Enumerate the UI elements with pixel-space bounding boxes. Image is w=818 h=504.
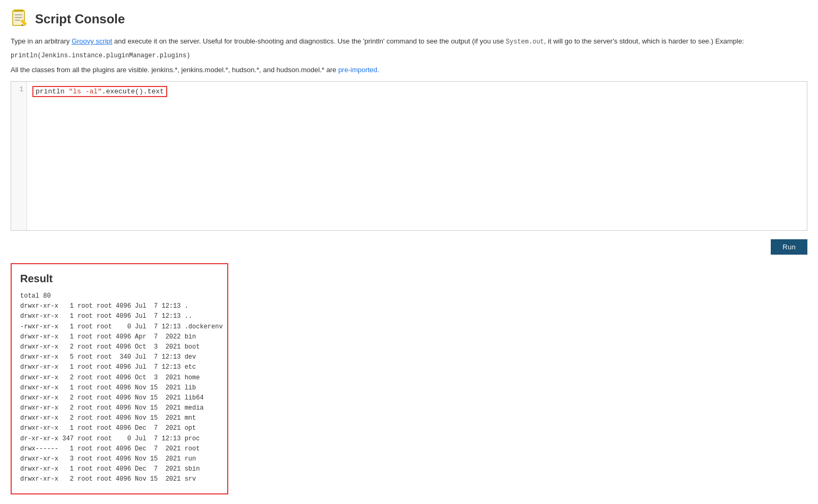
groovy-script-link[interactable]: Groovy script <box>72 37 113 45</box>
code-area[interactable]: println "ls -al".execute().text <box>27 82 807 230</box>
result-output: total 80 drwxr-xr-x 1 root root 4096 Jul… <box>20 291 219 485</box>
script-editor: 1 println "ls -al".execute().text <box>11 82 807 230</box>
script-console-icon <box>11 10 30 29</box>
code-highlight-box: println "ls -al".execute().text <box>32 86 167 97</box>
page-header: Script Console <box>11 10 807 29</box>
pre-imported-line: All the classes from all the plugins are… <box>11 66 807 74</box>
code-string: "ls -al" <box>68 88 101 95</box>
run-button[interactable]: Run <box>771 239 807 255</box>
page-title: Script Console <box>35 12 125 27</box>
description-text: Type in an arbitrary Groovy script and e… <box>11 36 807 47</box>
line-number-1: 1 <box>14 86 23 93</box>
code-text: println "ls -al".execute().text <box>36 88 164 95</box>
result-container: Result total 80 drwxr-xr-x 1 root root 4… <box>11 263 228 494</box>
script-editor-container: 1 println "ls -al".execute().text <box>11 81 807 231</box>
example-line: println(Jenkins.instance.pluginManager.p… <box>11 52 807 59</box>
result-title: Result <box>20 273 219 285</box>
line-numbers: 1 <box>11 82 27 230</box>
code-line-1: println "ls -al".execute().text <box>32 86 167 97</box>
run-button-row: Run <box>11 239 807 255</box>
system-out-code: System.out <box>506 38 544 46</box>
svg-rect-1 <box>14 10 23 12</box>
pre-imported-highlight: pre-imported. <box>338 66 379 74</box>
